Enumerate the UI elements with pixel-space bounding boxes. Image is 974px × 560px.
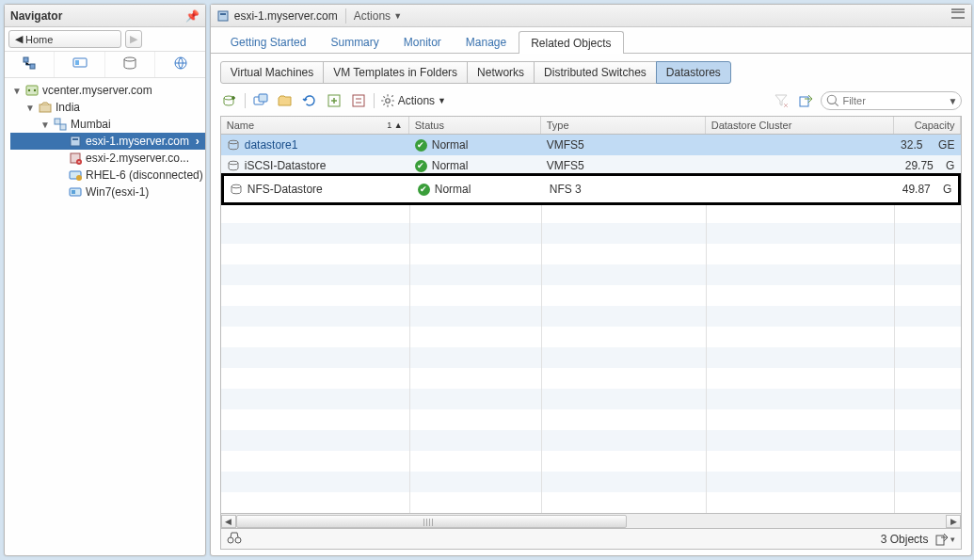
svg-point-4 [124,57,136,61]
table-row-highlighted[interactable]: NFS-Datastore ✔Normal NFS 3 49.87 G [221,173,962,205]
tree-vcenter[interactable]: ▼ vcenter.myserver.com [10,82,205,99]
scroll-track[interactable] [236,515,947,528]
clear-filter-button[interactable] [772,91,790,110]
new-datastore-button[interactable] [220,91,239,110]
horizontal-scrollbar[interactable]: ◀ ▶ [221,513,962,528]
tree-datacenter[interactable]: ▼ India [10,99,205,116]
status-label: Normal [432,159,469,172]
col-name[interactable]: Name1 ▲ [221,117,409,134]
tree-cluster-label: Mumbai [71,118,111,131]
host-error-icon [69,152,82,165]
capacity-unit: GE [938,138,954,152]
subtab-networks[interactable]: Networks [467,61,535,84]
toolbar-actions-menu[interactable]: Actions ▼ [380,93,446,108]
grid-footer: 3 Objects ▾ [221,528,962,549]
filter-input[interactable] [821,91,962,110]
refresh-button[interactable] [300,91,319,110]
datastore-icon [227,159,240,172]
tree-host-1[interactable]: esxi-1.myserver.com › [10,133,205,150]
svg-rect-21 [220,13,226,15]
chevron-right-icon: › [196,135,200,148]
svg-point-29 [828,95,837,104]
page-title: esxi-1.myserver.com [216,9,338,23]
actions-menu[interactable]: Actions ▼ [354,9,402,23]
type-label: VMFS5 [547,138,584,152]
breadcrumb-forward[interactable]: ▶ [125,30,142,48]
vcenter-icon [25,84,39,97]
caret-icon: ▼ [25,103,35,113]
tree-vm-rhel[interactable]: RHEL-6 (disconnected) [10,167,205,184]
svg-rect-24 [259,94,267,102]
network-view-icon [173,56,188,71]
subtab-vms[interactable]: Virtual Machines [220,61,325,84]
chevron-down-icon: ▼ [438,96,446,105]
tree-host-2[interactable]: esxi-2.myserver.co... [10,150,205,167]
status-ok-icon: ✔ [415,160,427,172]
subtab-datastores[interactable]: Datastores [656,61,731,84]
tab-storage-view[interactable] [105,52,155,77]
cluster-icon [54,118,67,131]
browse-button[interactable] [276,91,295,110]
svg-point-32 [232,184,241,188]
tree-host-2-label: esxi-2.myserver.co... [86,152,189,165]
svg-point-30 [229,140,238,144]
tree-vm-win7[interactable]: Win7(esxi-1) [10,184,205,200]
scroll-left-arrow[interactable]: ◀ [221,515,236,528]
col-type[interactable]: Type [541,117,706,134]
toggle-panel-icon[interactable] [950,8,966,23]
svg-rect-26 [353,95,364,106]
tab-manage[interactable]: Manage [454,30,519,53]
separator [374,93,375,108]
footer-export-button[interactable]: ▾ [935,533,955,546]
svg-point-8 [34,89,36,91]
col-capacity[interactable]: Capacity [894,117,962,134]
chevron-down-icon: ▼ [393,11,402,21]
svg-rect-1 [30,64,35,69]
manage-button[interactable] [349,91,368,110]
breadcrumb-label: Home [25,34,53,45]
subtab-templates[interactable]: VM Templates in Folders [323,61,468,84]
export-button[interactable] [796,91,815,110]
svg-rect-19 [72,190,75,194]
top-tabs: Getting Started Summary Monitor Manage R… [211,27,972,54]
capacity-value: 32.5 [901,138,922,152]
caret-icon: ▼ [12,86,22,96]
capacity-unit: G [943,183,951,196]
increase-button[interactable] [325,91,343,110]
datastore-icon [230,183,243,196]
scroll-right-arrow[interactable]: ▶ [946,515,961,528]
col-status[interactable]: Status [409,117,541,134]
tab-getting-started[interactable]: Getting Started [218,30,319,53]
tree-vm-rhel-label: RHEL-6 (disconnected) [86,168,203,182]
vm-view-icon [72,56,88,71]
sort-indicator: 1 ▲ [387,120,402,130]
tree-cluster[interactable]: ▼ Mumbai [10,116,205,133]
datastore-name: iSCSI-Datastore [245,159,327,172]
register-vm-button[interactable] [251,91,270,110]
empty-stripes [221,202,962,513]
gear-icon [380,93,395,108]
tab-vms-view[interactable] [55,52,104,77]
chevron-down-icon[interactable]: ▼ [949,96,958,106]
status-ok-icon: ✔ [418,184,430,196]
table-row[interactable]: datastore1 ✔Normal VMFS5 32.5 GE [221,135,962,155]
tab-monitor[interactable]: Monitor [391,30,454,53]
capacity-unit: G [946,159,954,172]
scroll-thumb[interactable] [236,515,627,528]
status-label: Normal [432,138,469,152]
svg-point-17 [76,175,82,181]
tab-related-objects[interactable]: Related Objects [519,31,623,54]
subtab-dswitches[interactable]: Distributed Switches [534,61,657,84]
tab-network-view[interactable] [155,52,204,77]
find-icon[interactable] [227,531,242,547]
pin-icon[interactable]: 📌 [185,9,200,23]
breadcrumb-back[interactable]: ◀ Home [8,30,121,48]
col-cluster[interactable]: Datastore Cluster [706,117,894,134]
tab-hosts-view[interactable] [5,52,55,77]
separator [345,8,346,24]
host-icon [69,135,82,148]
svg-point-33 [228,537,233,543]
svg-rect-9 [40,104,51,112]
toolbar-actions-label: Actions [398,94,435,107]
tab-summary[interactable]: Summary [318,30,391,53]
